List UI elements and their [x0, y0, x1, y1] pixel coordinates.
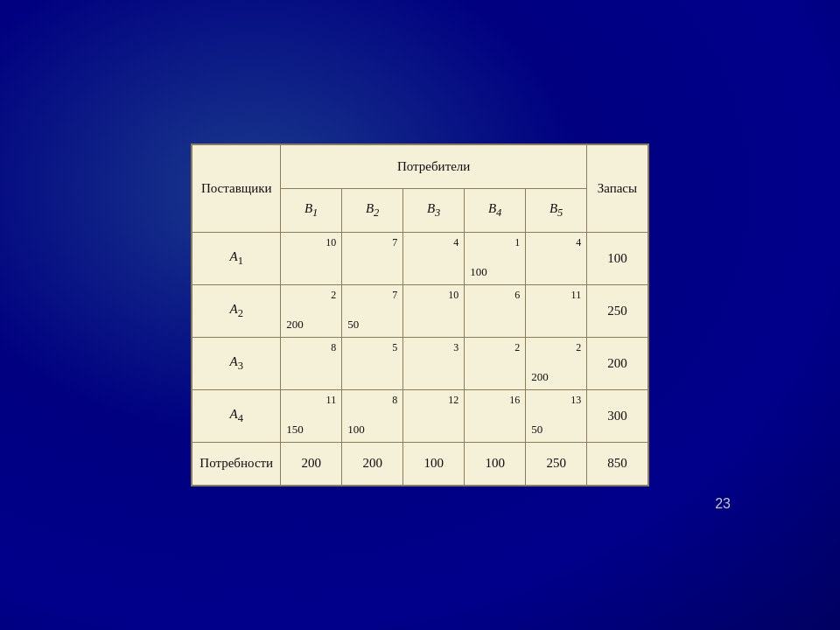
cell-a1-b4: 1 100	[465, 232, 526, 284]
needs-b4: 100	[465, 442, 526, 486]
table-row: A3 8 5 3 2 2 200 200	[192, 337, 648, 389]
zapasy-a2: 250	[587, 284, 648, 337]
cell-a3-b4: 2	[465, 337, 526, 389]
cell-a3-b5: 2 200	[526, 337, 587, 389]
col-b3-header: B3	[403, 188, 465, 232]
header-zapasy: Запасы	[587, 144, 648, 232]
cell-a4-b3: 12	[403, 389, 465, 442]
col-b2-header: B2	[342, 188, 403, 232]
cell-a4-b2: 8 100	[342, 389, 403, 442]
slide-container: Поставщики Потребители Запасы B1 B2 B3	[92, 105, 748, 525]
table-row: A2 2 200 7 50 10 6 11 2	[192, 284, 648, 337]
cell-a1-b2: 7	[342, 232, 403, 284]
row-a1-label: A1	[192, 232, 280, 284]
cell-a2-b5: 11	[526, 284, 587, 337]
needs-label: Потребности	[192, 442, 280, 486]
cell-a2-b4: 6	[465, 284, 526, 337]
zapasy-a4: 300	[587, 389, 648, 442]
col-b1-header: B1	[281, 188, 342, 232]
cell-a3-b1: 8	[281, 337, 342, 389]
cell-a4-b5: 13 50	[526, 389, 587, 442]
zapasy-a1: 100	[587, 232, 648, 284]
header-consumers: Потребители	[281, 144, 587, 188]
header-suppliers: Поставщики	[192, 144, 280, 232]
needs-b3: 100	[403, 442, 465, 486]
cell-a3-b3: 3	[403, 337, 465, 389]
needs-row: Потребности 200 200 100 100 250 850	[192, 442, 648, 486]
cell-a2-b2: 7 50	[342, 284, 403, 337]
cell-a1-b3: 4	[403, 232, 465, 284]
cell-a2-b3: 10	[403, 284, 465, 337]
col-b4-header: B4	[465, 188, 526, 232]
table-row: A4 11 150 8 100 12 16 13 50	[192, 389, 648, 442]
row-a2-label: A2	[192, 284, 280, 337]
transport-table: Поставщики Потребители Запасы B1 B2 B3	[191, 144, 648, 486]
needs-b5: 250	[526, 442, 587, 486]
cell-a4-b4: 16	[465, 389, 526, 442]
col-b5-header: B5	[526, 188, 587, 232]
row-a4-label: A4	[192, 389, 280, 442]
needs-b1: 200	[281, 442, 342, 486]
cell-a3-b2: 5	[342, 337, 403, 389]
needs-total: 850	[587, 442, 648, 486]
row-a3-label: A3	[192, 337, 280, 389]
cell-a4-b1: 11 150	[281, 389, 342, 442]
needs-b2: 200	[342, 442, 403, 486]
table-row: A1 10 7 4 1 100 4 100	[192, 232, 648, 284]
page-number: 23	[715, 496, 731, 512]
cell-a1-b1: 10	[281, 232, 342, 284]
zapasy-a3: 200	[587, 337, 648, 389]
cell-a1-b5: 4	[526, 232, 587, 284]
cell-a2-b1: 2 200	[281, 284, 342, 337]
